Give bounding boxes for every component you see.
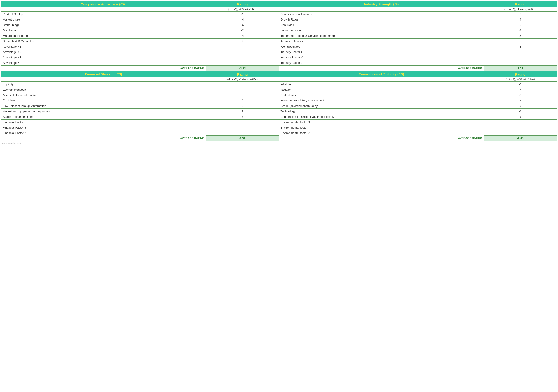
is-value-5: 5	[484, 39, 557, 44]
ca-rating-header: Rating	[206, 1, 279, 7]
ca-label-0: Product Quality	[1, 11, 206, 17]
ca-value-7	[206, 49, 279, 55]
is-subtitle-empty	[279, 7, 484, 11]
fs-header: Financial Strength (FS)	[1, 71, 206, 77]
es-header: Environmental Stability (ES)	[279, 71, 484, 77]
es-rating-header: Rating	[484, 71, 557, 77]
is-rating-header: Rating	[484, 1, 557, 7]
table-row: Financial Factor X Environmental factor …	[1, 119, 557, 125]
is-label-8: Industry Factor Y	[279, 55, 484, 60]
table-row: Product Quality -1 Barriers to new Entra…	[1, 11, 557, 17]
ca-value-9	[206, 60, 279, 66]
is-value-0: 6	[484, 11, 557, 17]
es-avg-label: AVERAGE RATING	[279, 136, 484, 141]
fs-subtitle: (+1 to +6), +1 Worst, +6 Best	[206, 77, 279, 81]
ca-value-1: -4	[206, 17, 279, 22]
table-row: Market share -4 Growth Rates 4	[1, 17, 557, 22]
table-row: Distribution -2 Labour turnover 4	[1, 28, 557, 33]
fs-avg-row: AVERAGE RATING 4.57 AVERAGE RATING -2.43	[1, 136, 557, 141]
ca-label-4: Management Team	[1, 33, 206, 39]
watermark: laurencopeland.com	[1, 141, 557, 145]
es-value-2: 3	[484, 92, 557, 98]
es-label-3: Increased regulatory environment	[279, 98, 484, 103]
fs-label-4: Low unit cost through Automation	[1, 103, 206, 109]
table-row: Stable Exchange Rates 7 Competition for …	[1, 114, 557, 119]
table-row: Advantage X2 Industry Factor X	[1, 49, 557, 55]
es-value-9	[484, 130, 557, 136]
ca-label-8: Advantage X3	[1, 55, 206, 60]
table-row: Access to low cost funding 5 Protectioni…	[1, 92, 557, 98]
es-label-7: Environmental factor X	[279, 119, 484, 125]
fs-rating-header: Rating	[206, 71, 279, 77]
is-value-3: 4	[484, 28, 557, 33]
fs-value-1: 4	[206, 87, 279, 92]
is-value-9	[484, 60, 557, 66]
table-row: Management Team -4 Integrated Product & …	[1, 33, 557, 39]
ca-header: Competitive Advantage (CA)	[1, 1, 206, 7]
es-subtitle: (-1 to -6), -6 Worst, -1 best	[484, 77, 557, 81]
is-value-2: 6	[484, 22, 557, 28]
es-label-2: Protectionism	[279, 92, 484, 98]
fs-label-5: Market for high performance product	[1, 109, 206, 114]
fs-subtitle-empty	[1, 77, 206, 81]
ca-value-4: -4	[206, 33, 279, 39]
ca-value-2: -6	[206, 22, 279, 28]
is-value-8	[484, 55, 557, 60]
ca-avg-row: AVERAGE RATING -2.33 AVERAGE RATING 4.71	[1, 66, 557, 71]
ca-value-3: -2	[206, 28, 279, 33]
es-value-8	[484, 125, 557, 130]
table-row: Financial Factor Z Environmental factor …	[1, 130, 557, 136]
is-label-2: Cost Base	[279, 22, 484, 28]
is-label-9: Industry Factor Z	[279, 60, 484, 66]
fs-avg-label: AVERAGE RATING	[1, 136, 206, 141]
table-row: Advantage X1 Well Regulated 3	[1, 44, 557, 49]
is-value-1: 4	[484, 17, 557, 22]
table-row: Liquidity 5 Inflation -1	[1, 81, 557, 87]
ca-avg-label: AVERAGE RATING	[1, 66, 206, 71]
es-value-6: -6	[484, 114, 557, 119]
ca-label-2: Brand Image	[1, 22, 206, 28]
table-row: Economic outlook 4 Taxation -4	[1, 87, 557, 92]
is-label-4: Integrated Product & Service Requirement	[279, 33, 484, 39]
table-row: Low unit cost through Automation 5 Green…	[1, 103, 557, 109]
table-row: Brand Image -6 Cost Base 6	[1, 22, 557, 28]
fs-value-7	[206, 119, 279, 125]
fs-label-8: Financial Factor Y	[1, 125, 206, 130]
is-avg-value: 4.71	[484, 66, 557, 71]
ca-subtitle: (-1 to -6), -6 Worst, -1 Best	[206, 7, 279, 11]
is-label-5: Access to finance	[279, 39, 484, 44]
es-value-0: -1	[484, 81, 557, 87]
fs-value-2: 5	[206, 92, 279, 98]
ca-label-3: Distribution	[1, 28, 206, 33]
table-row: Market for high performance product 2 Te…	[1, 109, 557, 114]
es-subtitle-empty	[279, 77, 484, 81]
table-row: Advantage X3 Industry Factor Y	[1, 55, 557, 60]
is-value-6: 3	[484, 44, 557, 49]
is-header: Industry Strength (IS)	[279, 1, 484, 7]
ca-subtitle-empty	[1, 7, 206, 11]
es-value-4: -3	[484, 103, 557, 109]
ca-label-5: Strong R & D Capability	[1, 39, 206, 44]
fs-value-6: 7	[206, 114, 279, 119]
fs-value-8	[206, 125, 279, 130]
is-avg-label: AVERAGE RATING	[279, 66, 484, 71]
fs-label-9: Financial Factor Z	[1, 130, 206, 136]
es-label-4: Green (environmental) lobby	[279, 103, 484, 109]
table-row: Advantage X4 Industry Factor Z	[1, 60, 557, 66]
es-avg-value: -2.43	[484, 136, 557, 141]
fs-label-0: Liquidity	[1, 81, 206, 87]
ca-label-1: Market share	[1, 17, 206, 22]
is-label-0: Barriers to new Entrants	[279, 11, 484, 17]
is-value-7	[484, 49, 557, 55]
es-label-8: Environmental factor Y	[279, 125, 484, 130]
is-label-1: Growth Rates	[279, 17, 484, 22]
es-value-5: -2	[484, 109, 557, 114]
ca-label-6: Advantage X1	[1, 44, 206, 49]
fs-label-6: Stable Exchange Rates	[1, 114, 206, 119]
ca-value-8	[206, 55, 279, 60]
ca-label-7: Advantage X2	[1, 49, 206, 55]
fs-value-9	[206, 130, 279, 136]
es-value-1: -4	[484, 87, 557, 92]
space-matrix-table: Competitive Advantage (CA) Rating Indust…	[1, 1, 557, 141]
es-label-1: Taxation	[279, 87, 484, 92]
